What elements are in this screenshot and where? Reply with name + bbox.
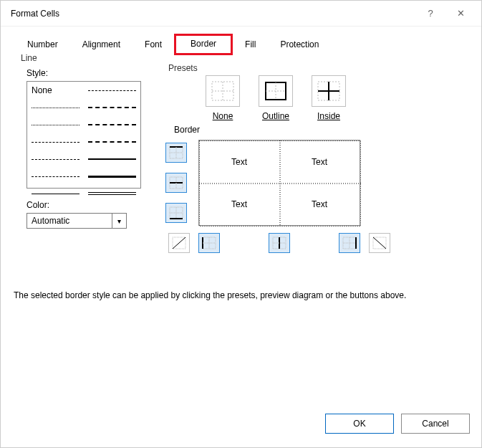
tab-number[interactable]: Number [15, 34, 70, 55]
ok-button[interactable]: OK [325, 414, 394, 434]
border-bottom-icon [169, 206, 183, 219]
line-style-thick[interactable] [88, 169, 136, 184]
preset-none: None [206, 75, 240, 121]
line-style-hair[interactable] [32, 100, 79, 115]
preset-none-icon [211, 81, 234, 101]
titlebar: Format Cells ? ✕ [1, 1, 481, 27]
tab-protection[interactable]: Protection [268, 34, 331, 55]
border-preview[interactable]: Text Text Text Text [198, 140, 360, 226]
line-style-picker[interactable]: None [26, 81, 141, 189]
tab-font[interactable]: Font [132, 34, 174, 55]
border-diagonal-up-icon [172, 237, 186, 249]
preview-cell-4: Text [279, 183, 360, 225]
line-style-dashdot[interactable] [32, 152, 79, 166]
tab-fill[interactable]: Fill [233, 34, 268, 55]
preset-inside: Inside [312, 75, 346, 121]
border-left-button[interactable] [198, 233, 220, 253]
close-button[interactable]: ✕ [445, 3, 476, 24]
preset-inside-label: Inside [317, 111, 340, 121]
tab-border[interactable]: Border [174, 34, 233, 55]
tab-alignment[interactable]: Alignment [70, 34, 132, 55]
tabstrip: Number Alignment Font Border Fill Protec… [15, 34, 468, 55]
chevron-down-icon: ▾ [112, 214, 126, 228]
preset-inside-icon [317, 81, 340, 101]
format-cells-dialog: Format Cells ? ✕ Number Alignment Font B… [0, 0, 482, 448]
preset-outline: Outline [259, 75, 293, 121]
line-style-dotted[interactable] [32, 118, 79, 132]
line-style-dashdotdot[interactable] [32, 169, 79, 184]
preset-outline-button[interactable] [259, 75, 293, 107]
group-line: Line Style: None [14, 58, 148, 273]
group-presets-label: Presets [165, 63, 201, 73]
dialog-title: Format Cells [11, 9, 415, 19]
border-top-button[interactable] [165, 143, 187, 163]
border-left-icon [202, 237, 216, 249]
hint-text: The selected border style can be applied… [14, 290, 468, 300]
preset-none-label: None [213, 111, 233, 121]
dialog-footer: OK Cancel [1, 409, 481, 447]
border-vertical-buttons [165, 143, 187, 223]
line-style-dash-small[interactable] [32, 135, 79, 149]
preset-outline-label: Outline [262, 111, 289, 121]
style-label: Style: [26, 68, 141, 78]
line-style-thin[interactable] [32, 186, 79, 201]
preview-cell-2: Text [279, 140, 360, 183]
border-inner-vertical-icon [272, 237, 286, 249]
group-border: Border [165, 130, 461, 253]
preview-cell-1: Text [199, 140, 279, 183]
preview-cell-3: Text [199, 183, 279, 225]
line-style-medium[interactable] [88, 152, 136, 166]
cancel-button[interactable]: Cancel [401, 414, 470, 434]
border-diagonal-down-icon [372, 237, 387, 249]
presets-row: None Outline [165, 74, 461, 125]
svg-line-37 [373, 237, 386, 249]
preset-outline-icon [264, 81, 287, 101]
border-horizontal-buttons [196, 233, 425, 253]
line-color-value: Automatic [27, 216, 112, 226]
line-color-dropdown[interactable]: Automatic ▾ [26, 213, 127, 229]
border-inner-vertical-button[interactable] [269, 233, 290, 253]
border-right-icon [342, 237, 357, 249]
border-inner-horizontal-button[interactable] [165, 173, 187, 193]
line-style-none[interactable]: None [32, 83, 79, 97]
dialog-body: Number Alignment Font Border Fill Protec… [1, 27, 481, 409]
border-right-button[interactable] [339, 233, 360, 253]
border-top-icon [169, 146, 183, 159]
group-right: Presets None [158, 58, 468, 273]
border-bottom-button[interactable] [165, 203, 187, 223]
line-style-mediumdashdotdot[interactable] [88, 83, 136, 97]
border-inner-horizontal-icon [169, 176, 183, 189]
line-style-mediumdash[interactable] [88, 118, 136, 132]
tab-content-border: Line Style: None [14, 58, 468, 273]
svg-line-24 [173, 237, 185, 249]
group-line-label: Line [18, 53, 40, 63]
line-style-mediumdashdot[interactable] [88, 135, 136, 149]
group-border-label: Border [171, 125, 203, 135]
border-diagonal-down-button[interactable] [369, 233, 390, 253]
border-diagonal-up-button[interactable] [168, 233, 190, 253]
line-style-slantdashdot[interactable] [88, 100, 136, 115]
preset-none-button[interactable] [206, 75, 240, 107]
line-style-double[interactable] [88, 186, 136, 201]
preset-inside-button[interactable] [312, 75, 346, 107]
help-button[interactable]: ? [415, 3, 445, 24]
